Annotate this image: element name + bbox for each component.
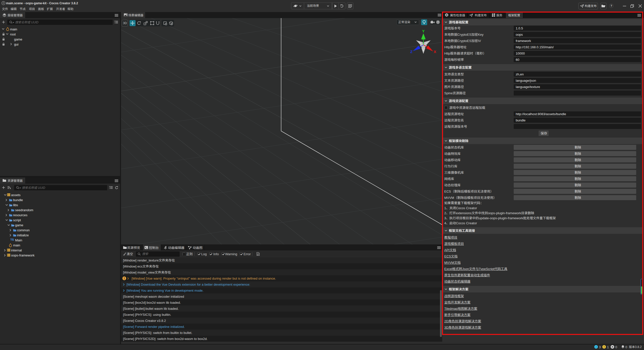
svg-text:i: i <box>596 345 596 348</box>
svg-text:Z: Z <box>410 50 412 54</box>
svg-text:Y: Y <box>422 29 425 33</box>
svg-text:X: X <box>434 50 436 54</box>
svg-text:?: ? <box>611 4 612 7</box>
